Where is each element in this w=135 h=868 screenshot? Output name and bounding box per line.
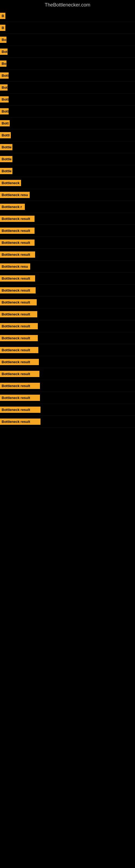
bottleneck-label: Bottleneck result [0,251,35,258]
bar-area [6,37,135,42]
list-item: Bottleneck result [0,297,135,308]
bottleneck-label: Bottleneck result [0,299,37,305]
bar-area [25,204,135,210]
bar-area [30,192,135,198]
bar-area [11,133,135,138]
bar-area [5,25,135,31]
list-item: Bottleneck result [0,404,135,416]
bar-area [35,216,135,222]
list-item: Bot [0,46,135,58]
bottleneck-label: Bottleneck result [0,287,36,293]
bar-area [38,347,135,353]
bottleneck-label: Bo [0,37,6,43]
list-item: Bott [0,105,135,118]
bar-area [35,252,135,257]
list-item: Bottleneck result [0,284,135,297]
list-item: Bo [0,58,135,70]
list-item: Bottleneck result [0,332,135,344]
bottleneck-label: Bottleneck result [0,347,38,353]
bar-area [35,276,135,281]
bar-area [39,360,135,365]
list-item: Bottleneck resu [0,189,135,201]
bar-area [30,264,135,269]
bottleneck-label: Bottleneck r [0,204,25,210]
bottleneck-label: Bottleneck resu [0,192,30,198]
bar-area [5,13,135,19]
list-item: Bottleneck result [0,416,135,428]
bottleneck-label: Bottle [0,168,12,174]
bar-area [12,156,135,162]
bottleneck-label: Bott [0,108,9,115]
bar-area [41,407,135,412]
bottleneck-label: Bottleneck result [0,216,35,222]
bar-area [37,312,135,317]
bottleneck-label: Bottleneck resu [0,264,30,270]
list-item: Bott [0,70,135,82]
list-item: Bott [0,118,135,129]
bottleneck-label: Bottleneck result [0,383,40,389]
bottleneck-label: Bottleneck result [0,323,38,329]
list-item: Bottle [0,141,135,153]
bar-area [10,121,135,126]
bottleneck-label: Bottle [0,144,12,150]
list-item: Bottleneck result [0,213,135,225]
bottleneck-label: Bottleneck result [0,335,38,341]
bottleneck-label: Bot [0,84,8,91]
list-item: Bottleneck result [0,273,135,284]
bar-area [6,61,135,66]
list-item: Bot [0,82,135,94]
bar-area [8,85,135,90]
list-item: B [0,22,135,34]
bottleneck-label: Bottleneck result [0,418,41,425]
bottleneck-label: Bottleneck result [0,275,35,282]
bar-area [35,240,135,246]
bar-area [9,73,135,79]
rows-container: BBBoBotBoBottBotBottBottBottBottlBottleB… [0,10,135,428]
bar-area [41,419,135,425]
list-item: Bott [0,94,135,105]
bar-area [8,49,135,55]
bar-area [12,168,135,174]
bar-area [36,288,135,293]
list-item: Bottleneck result [0,356,135,368]
bar-area [21,180,135,186]
list-item: Bottleneck result [0,249,135,261]
bottleneck-label: B [0,25,5,31]
bar-area [39,371,135,377]
bar-area [9,109,135,114]
bottleneck-label: Bottleneck result [0,227,35,234]
list-item: Bottleneck result [0,308,135,320]
bottleneck-label: Bottle [0,156,12,162]
list-item: Bottl [0,129,135,141]
main-container: TheBottlenecker.com BBBoBotBoBottBotBott… [0,0,135,428]
bar-area [40,395,135,401]
bar-area [40,383,135,389]
bottleneck-label: Bottl [0,132,11,138]
bottleneck-label: Bottleneck result [0,311,37,317]
list-item: Bottleneck result [0,237,135,249]
list-item: Bottleneck result [0,380,135,392]
bottleneck-label: Bottleneck result [0,240,35,246]
list-item: Bottleneck [0,177,135,189]
bottleneck-label: Bottleneck result [0,371,39,377]
page-title: TheBottlenecker.com [0,0,135,10]
list-item: Bottle [0,153,135,165]
bar-area [38,336,135,341]
bottleneck-label: Bott [0,72,9,79]
bar-area [37,300,135,305]
bar-area [35,228,135,234]
list-item: Bottleneck result [0,392,135,404]
bottleneck-label: B [0,13,5,19]
list-item: Bottleneck result [0,225,135,237]
bottleneck-label: Bott [0,96,9,102]
bar-area [12,145,135,150]
list-item: Bottleneck result [0,368,135,380]
list-item: Bottle [0,165,135,177]
list-item: Bo [0,34,135,46]
list-item: Bottleneck resu [0,261,135,273]
bottleneck-label: Bottleneck result [0,359,39,365]
list-item: Bottleneck result [0,344,135,356]
bottleneck-label: Bott [0,120,10,126]
bottleneck-label: Bot [0,49,8,55]
bottleneck-label: Bottleneck result [0,407,41,413]
